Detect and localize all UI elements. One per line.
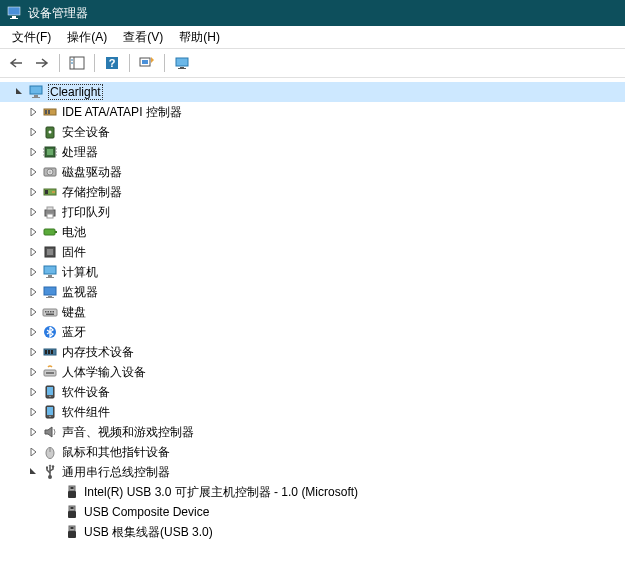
help-button[interactable]: ? bbox=[100, 51, 124, 75]
svg-rect-47 bbox=[48, 296, 52, 297]
tree-item[interactable]: 鼠标和其他指针设备 bbox=[0, 442, 625, 462]
menu-action[interactable]: 操作(A) bbox=[59, 27, 115, 48]
tree-item-label: 内存技术设备 bbox=[62, 344, 134, 361]
tree-item[interactable]: 内存技术设备 bbox=[0, 342, 625, 362]
tree-item[interactable]: 软件设备 bbox=[0, 382, 625, 402]
expander-icon[interactable] bbox=[28, 326, 40, 338]
svg-rect-44 bbox=[48, 275, 52, 277]
expander-icon[interactable] bbox=[28, 406, 40, 418]
tree-item[interactable]: 计算机 bbox=[0, 262, 625, 282]
component-icon bbox=[42, 404, 58, 420]
device-tree[interactable]: Clearlight IDE ATA/ATAPI 控制器安全设备处理器磁盘驱动器… bbox=[0, 78, 625, 567]
keyboard-icon bbox=[42, 304, 58, 320]
expander-icon[interactable] bbox=[28, 366, 40, 378]
tree-item-label: 通用串行总线控制器 bbox=[62, 464, 170, 481]
svg-rect-78 bbox=[68, 511, 76, 518]
svg-rect-19 bbox=[48, 110, 50, 114]
svg-rect-50 bbox=[45, 311, 47, 313]
audio-icon bbox=[42, 424, 58, 440]
battery-icon bbox=[42, 224, 58, 240]
svg-rect-16 bbox=[32, 97, 40, 98]
svg-rect-58 bbox=[48, 350, 50, 354]
svg-rect-79 bbox=[71, 507, 74, 509]
expander-icon[interactable] bbox=[28, 226, 40, 238]
expander-icon[interactable] bbox=[28, 426, 40, 438]
svg-rect-54 bbox=[46, 314, 54, 316]
hid-icon bbox=[42, 364, 58, 380]
expander-icon[interactable] bbox=[14, 86, 26, 98]
tree-root[interactable]: Clearlight bbox=[0, 82, 625, 102]
expander-icon[interactable] bbox=[28, 466, 40, 478]
tree-item[interactable]: 安全设备 bbox=[0, 122, 625, 142]
svg-rect-72 bbox=[46, 467, 48, 469]
tree-item-label: 键盘 bbox=[62, 304, 86, 321]
menu-view[interactable]: 查看(V) bbox=[115, 27, 171, 48]
expander-icon[interactable] bbox=[28, 266, 40, 278]
svg-point-21 bbox=[49, 131, 52, 134]
tree-item-label: USB 根集线器(USB 3.0) bbox=[84, 524, 213, 541]
svg-rect-2 bbox=[10, 18, 18, 19]
titlebar: 设备管理器 bbox=[0, 0, 625, 26]
window-title: 设备管理器 bbox=[28, 5, 88, 22]
svg-rect-46 bbox=[44, 287, 56, 295]
tree-item[interactable]: 处理器 bbox=[0, 142, 625, 162]
menu-help[interactable]: 帮助(H) bbox=[171, 27, 228, 48]
tree-item[interactable]: 软件组件 bbox=[0, 402, 625, 422]
tree-item-label: 蓝牙 bbox=[62, 324, 86, 341]
tree-item[interactable]: 打印队列 bbox=[0, 202, 625, 222]
tree-item[interactable]: 电池 bbox=[0, 222, 625, 242]
expander-icon[interactable] bbox=[28, 346, 40, 358]
tree-item[interactable]: 磁盘驱动器 bbox=[0, 162, 625, 182]
svg-rect-10 bbox=[142, 60, 148, 64]
tree-item[interactable]: 人体学输入设备 bbox=[0, 362, 625, 382]
tree-item[interactable]: USB Composite Device bbox=[0, 502, 625, 522]
expander-icon[interactable] bbox=[28, 206, 40, 218]
printer-icon bbox=[42, 204, 58, 220]
tree-item[interactable]: 蓝牙 bbox=[0, 322, 625, 342]
svg-point-67 bbox=[49, 416, 51, 418]
svg-rect-57 bbox=[45, 350, 47, 354]
svg-rect-15 bbox=[34, 95, 38, 97]
expander-icon[interactable] bbox=[28, 306, 40, 318]
tree-item[interactable]: USB 根集线器(USB 3.0) bbox=[0, 522, 625, 542]
show-hide-tree-button[interactable] bbox=[65, 51, 89, 75]
usb-icon bbox=[42, 464, 58, 480]
back-button[interactable] bbox=[4, 51, 28, 75]
svg-rect-38 bbox=[47, 214, 53, 218]
expander-icon[interactable] bbox=[28, 286, 40, 298]
tree-item-label: 计算机 bbox=[62, 264, 98, 281]
usb-plug-icon bbox=[64, 484, 80, 500]
expander-icon[interactable] bbox=[28, 146, 40, 158]
expander-icon[interactable] bbox=[28, 186, 40, 198]
computer-name-label: Clearlight bbox=[48, 84, 103, 100]
svg-rect-63 bbox=[47, 387, 53, 395]
tree-item[interactable]: Intel(R) USB 3.0 可扩展主机控制器 - 1.0 (Microso… bbox=[0, 482, 625, 502]
svg-rect-53 bbox=[53, 311, 55, 313]
forward-button[interactable] bbox=[30, 51, 54, 75]
expander-icon[interactable] bbox=[28, 106, 40, 118]
menu-file[interactable]: 文件(F) bbox=[4, 27, 59, 48]
tree-item[interactable]: 声音、视频和游戏控制器 bbox=[0, 422, 625, 442]
scan-hardware-button[interactable] bbox=[135, 51, 159, 75]
expander-icon[interactable] bbox=[28, 446, 40, 458]
tree-item[interactable]: 通用串行总线控制器 bbox=[0, 462, 625, 482]
svg-rect-40 bbox=[55, 231, 57, 233]
tree-item[interactable]: 键盘 bbox=[0, 302, 625, 322]
svg-rect-66 bbox=[47, 407, 53, 415]
tree-item-label: USB Composite Device bbox=[84, 505, 209, 519]
bluetooth-icon bbox=[42, 324, 58, 340]
tree-item[interactable]: 存储控制器 bbox=[0, 182, 625, 202]
svg-rect-39 bbox=[44, 229, 55, 235]
tree-item[interactable]: IDE ATA/ATAPI 控制器 bbox=[0, 102, 625, 122]
toolbar: ? bbox=[0, 49, 625, 78]
tree-item-label: 声音、视频和游戏控制器 bbox=[62, 424, 194, 441]
tree-item[interactable]: 监视器 bbox=[0, 282, 625, 302]
monitor-button[interactable] bbox=[170, 51, 194, 75]
toolbar-sep bbox=[94, 54, 95, 72]
tree-item[interactable]: 固件 bbox=[0, 242, 625, 262]
expander-icon[interactable] bbox=[28, 166, 40, 178]
expander-icon[interactable] bbox=[28, 246, 40, 258]
expander-icon[interactable] bbox=[28, 386, 40, 398]
svg-rect-61 bbox=[46, 372, 54, 374]
expander-icon[interactable] bbox=[28, 126, 40, 138]
